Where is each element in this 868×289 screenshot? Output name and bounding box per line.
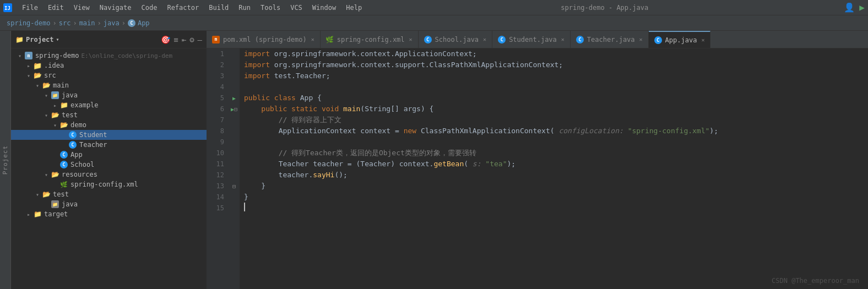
tree-arrow-root: ▾	[15, 53, 24, 59]
code-line-1: import org.springframework.context.Appli…	[244, 48, 864, 59]
class-tab-icon-school: C	[424, 36, 432, 43]
tree-label-demo: demo	[70, 121, 86, 129]
tree-item-main[interactable]: ▾ 📂 main	[11, 80, 207, 90]
tab-pom-xml[interactable]: m pom.xml (spring-demo) ✕	[207, 31, 321, 48]
gutter-10	[229, 148, 240, 159]
tab-student[interactable]: C Student.java ✕	[492, 31, 571, 48]
code-content[interactable]: import org.springframework.context.Appli…	[240, 48, 868, 289]
gutter-11	[229, 159, 240, 170]
tab-teacher[interactable]: C Teacher.java ✕	[571, 31, 649, 48]
menu-window[interactable]: Window	[308, 3, 340, 13]
tree-arrow-test-pkg: ▾	[42, 112, 51, 118]
breadcrumb-class-icon: C	[128, 19, 135, 27]
menu-tools[interactable]: Tools	[256, 3, 285, 13]
tab-close-spring[interactable]: ✕	[409, 36, 413, 42]
tab-close-student[interactable]: ✕	[561, 36, 565, 42]
profile-button[interactable]: 👤	[843, 1, 856, 14]
menu-build[interactable]: Build	[204, 3, 233, 13]
collapse-icon[interactable]: ⇤	[182, 35, 186, 44]
breadcrumb-class[interactable]: App	[138, 19, 150, 27]
gutter-15	[229, 203, 240, 214]
menu-refactor[interactable]: Refactor	[162, 3, 203, 13]
project-vertical-label[interactable]: Project	[0, 31, 11, 289]
tab-close-teacher[interactable]: ✕	[639, 36, 643, 42]
tab-close-app[interactable]: ✕	[701, 37, 704, 43]
code-line-9	[244, 137, 864, 148]
tree-item-root[interactable]: ▾ m spring-demo E:\online_code\spring-de…	[11, 51, 207, 61]
code-line-10: // 得到Teacher类，返回的是Object类型的对象，需要强转	[244, 148, 864, 159]
menu-vcs[interactable]: VCS	[286, 3, 307, 13]
folder-icon-example: 📁	[59, 101, 68, 110]
tree-item-resources[interactable]: ▾ 📂 resources	[11, 170, 207, 179]
folder-icon-main: 📂	[42, 81, 51, 90]
gutter-6[interactable]: ▶⊟	[229, 103, 240, 114]
tab-spring-config[interactable]: 🌿 spring-config.xml ✕	[321, 31, 419, 48]
tree-item-spring-config[interactable]: ▸ 🌿 spring-config.xml	[11, 179, 207, 189]
breadcrumb-java[interactable]: java	[104, 19, 120, 27]
gutter-2	[229, 59, 240, 70]
source-root-icon: 📁	[51, 91, 59, 100]
tree-item-test2[interactable]: ▾ 📂 test	[11, 189, 207, 199]
tree-label-school: School	[70, 161, 94, 168]
breadcrumb-main[interactable]: main	[79, 19, 95, 27]
settings-icon[interactable]: ⚙	[189, 35, 194, 44]
code-line-14: }	[244, 192, 864, 203]
tab-label-pom: pom.xml (spring-demo)	[223, 36, 307, 43]
window-title: spring-demo - App.java	[366, 4, 843, 12]
tab-label-student: Student.java	[509, 36, 557, 43]
class-icon-school: C	[59, 160, 68, 169]
code-line-4	[244, 81, 864, 92]
close-panel-icon[interactable]: —	[198, 35, 202, 44]
folder-icon-resources: 📂	[51, 170, 59, 179]
breadcrumb-project[interactable]: spring-demo	[7, 19, 50, 27]
tree-item-java[interactable]: ▾ 📁 java	[11, 90, 207, 100]
menu-code[interactable]: Code	[137, 3, 162, 13]
locate-icon[interactable]: 🎯	[161, 35, 170, 44]
tree-item-src[interactable]: ▾ 📂 src	[11, 70, 207, 80]
menu-file[interactable]: File	[18, 3, 42, 13]
tree-label-student: Student	[79, 131, 107, 139]
tree-arrow-main: ▾	[33, 83, 42, 89]
tree-item-target[interactable]: ▸ 📁 target	[11, 209, 207, 219]
tree-item-teacher[interactable]: ▸ C Teacher	[11, 140, 207, 150]
tree-item-app[interactable]: ▸ C App	[11, 150, 207, 160]
tree-item-java2[interactable]: ▸ 📁 java	[11, 199, 207, 209]
tab-school[interactable]: C School.java ✕	[419, 31, 493, 48]
folder-icon-src: 📂	[33, 71, 42, 80]
main-layout: Project 📁 Project ▾ 🎯 ≡ ⇤ ⚙ —	[0, 31, 868, 289]
maven-icon: m	[212, 36, 220, 43]
code-line-3: import test.Teacher;	[244, 70, 864, 81]
gutter-4	[229, 81, 240, 92]
tree-item-test-pkg[interactable]: ▾ 📂 test	[11, 110, 207, 120]
tab-app[interactable]: C App.java ✕	[649, 31, 711, 48]
menu-help[interactable]: Help	[341, 3, 366, 13]
tree-arrow-demo: ▾	[51, 122, 59, 128]
tree-item-example[interactable]: ▸ 📁 example	[11, 100, 207, 110]
breadcrumb-src[interactable]: src	[59, 19, 71, 27]
gutter-13[interactable]: ⊟	[229, 181, 240, 192]
tree-label-src: src	[44, 72, 56, 79]
module-icon-java2: 📁	[51, 200, 59, 209]
menu-navigate[interactable]: Navigate	[95, 3, 136, 13]
expand-icon[interactable]: ≡	[173, 35, 178, 44]
code-line-13: }	[244, 181, 864, 192]
tab-close-pom[interactable]: ✕	[311, 36, 314, 42]
code-gutter: ▶ ▶⊟ ⊟	[229, 48, 240, 289]
tree-item-idea[interactable]: ▸ 📁 .idea	[11, 61, 207, 70]
tree-arrow-example: ▸	[51, 102, 59, 108]
menu-edit[interactable]: Edit	[44, 3, 68, 13]
project-title[interactable]: 📁 Project ▾	[15, 36, 59, 43]
menu-run[interactable]: Run	[234, 3, 255, 13]
tree-item-student[interactable]: ▸ C Student	[11, 130, 207, 140]
gutter-9	[229, 137, 240, 148]
tree-arrow-idea: ▸	[24, 63, 33, 69]
header-icons: 🎯 ≡ ⇤ ⚙ —	[161, 35, 202, 44]
tree-item-school[interactable]: ▸ C School	[11, 160, 207, 170]
run-icon[interactable]: ▶	[858, 1, 866, 14]
tree-item-demo[interactable]: ▾ 📂 demo	[11, 120, 207, 130]
code-editor[interactable]: 1 2 3 4 5 6 7 8 9 10 11 12 13 14 15	[207, 48, 868, 289]
tab-close-school[interactable]: ✕	[483, 36, 486, 42]
tree-label-target: target	[44, 210, 68, 218]
menu-view[interactable]: View	[69, 3, 94, 13]
gutter-5[interactable]: ▶	[229, 92, 240, 103]
